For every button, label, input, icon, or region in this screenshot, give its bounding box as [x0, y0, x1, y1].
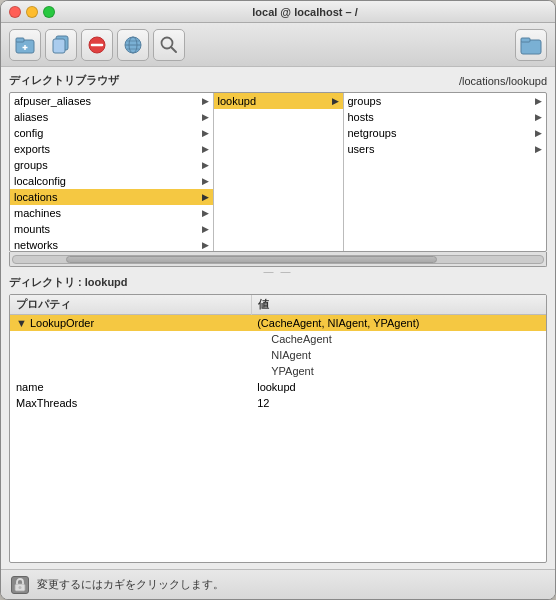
close-button[interactable] — [9, 6, 21, 18]
value-cell: lookupd — [251, 379, 546, 395]
arrow-icon: ▶ — [202, 224, 209, 234]
col-value-header: 値 — [251, 295, 546, 315]
new-folder-icon — [15, 35, 35, 55]
arrow-icon: ▶ — [202, 208, 209, 218]
folder-button[interactable] — [515, 29, 547, 61]
browser-container: afpuser_aliases▶ aliases▶ config▶ export… — [9, 92, 547, 252]
search-button[interactable] — [153, 29, 185, 61]
window-title: local @ localhost – / — [63, 6, 547, 18]
list-item[interactable]: networks▶ — [10, 237, 213, 251]
list-item[interactable]: mounts▶ — [10, 221, 213, 237]
value-cell: CacheAgent — [251, 331, 546, 347]
property-cell: name — [10, 379, 251, 395]
svg-rect-16 — [521, 38, 530, 42]
new-folder-button[interactable] — [9, 29, 41, 61]
maximize-button[interactable] — [43, 6, 55, 18]
list-item[interactable]: machines▶ — [10, 205, 213, 221]
table-row[interactable]: MaxThreads 12 — [10, 395, 546, 411]
list-item[interactable]: exports▶ — [10, 141, 213, 157]
value-cell: (CacheAgent, NIAgent, YPAgent) — [251, 315, 546, 332]
svg-point-18 — [19, 586, 22, 589]
titlebar: local @ localhost – / — [1, 1, 555, 23]
arrow-icon: ▶ — [202, 112, 209, 122]
browser-path: /locations/lookupd — [459, 75, 547, 87]
duplicate-icon — [51, 35, 71, 55]
list-item[interactable]: groups▶ — [344, 93, 547, 109]
arrow-icon: ▶ — [202, 144, 209, 154]
arrow-icon: ▶ — [332, 96, 339, 106]
arrow-icon: ▶ — [535, 128, 542, 138]
detail-table-container: プロパティ 値 ▼ LookupOrder (CacheAgent, NIAge… — [9, 294, 547, 563]
delete-button[interactable] — [81, 29, 113, 61]
delete-icon — [87, 35, 107, 55]
bottom-bar: 変更するにはカギをクリックします。 — [1, 569, 555, 599]
table-row: CacheAgent — [10, 331, 546, 347]
arrow-icon: ▶ — [202, 128, 209, 138]
detail-section: ディレクトリ : lookupd プロパティ 値 ▼ LookupOrder (… — [9, 275, 547, 563]
traffic-lights — [9, 6, 55, 18]
arrow-icon: ▶ — [202, 240, 209, 250]
arrow-icon: ▶ — [535, 112, 542, 122]
scrollbar-track[interactable] — [12, 255, 544, 264]
list-item-lookupd[interactable]: lookupd▶ — [214, 93, 343, 109]
table-row: NIAgent — [10, 347, 546, 363]
browser-label: ディレクトリブラウザ — [9, 73, 119, 88]
toolbar — [1, 23, 555, 67]
scrollbar-thumb[interactable] — [66, 256, 437, 263]
arrow-icon: ▶ — [535, 96, 542, 106]
svg-rect-1 — [16, 38, 24, 42]
arrow-icon: ▶ — [202, 96, 209, 106]
grip-separator: — — — [9, 267, 547, 275]
svg-line-14 — [171, 47, 176, 52]
lock-button[interactable] — [11, 576, 29, 594]
value-cell: NIAgent — [251, 347, 546, 363]
duplicate-button[interactable] — [45, 29, 77, 61]
arrow-icon: ▶ — [535, 144, 542, 154]
arrow-icon: ▶ — [202, 160, 209, 170]
detail-label: ディレクトリ : lookupd — [9, 275, 547, 290]
table-header-row: プロパティ 値 — [10, 295, 546, 315]
arrow-icon: ▶ — [202, 176, 209, 186]
browser-pane-1[interactable]: afpuser_aliases▶ aliases▶ config▶ export… — [10, 93, 214, 251]
folder-icon — [520, 34, 542, 56]
list-item[interactable]: config▶ — [10, 125, 213, 141]
app-window: local @ localhost – / — [0, 0, 556, 600]
property-cell — [10, 331, 251, 347]
browser-header: ディレクトリブラウザ /locations/lookupd — [9, 73, 547, 88]
arrow-icon: ▶ — [202, 192, 209, 202]
list-item[interactable]: localconfig▶ — [10, 173, 213, 189]
list-item[interactable]: groups▶ — [10, 157, 213, 173]
property-cell: MaxThreads — [10, 395, 251, 411]
list-item-locations[interactable]: locations▶ — [10, 189, 213, 205]
browser-pane-3[interactable]: groups▶ hosts▶ netgroups▶ users▶ — [344, 93, 547, 251]
search-icon — [159, 35, 179, 55]
list-item[interactable]: hosts▶ — [344, 109, 547, 125]
col-property-header: プロパティ — [10, 295, 251, 315]
property-table: プロパティ 値 ▼ LookupOrder (CacheAgent, NIAge… — [10, 295, 546, 411]
list-item[interactable]: afpuser_aliases▶ — [10, 93, 213, 109]
table-row: YPAgent — [10, 363, 546, 379]
lock-icon — [14, 578, 26, 592]
main-content: ディレクトリブラウザ /locations/lookupd afpuser_al… — [1, 67, 555, 569]
value-cell: 12 — [251, 395, 546, 411]
table-row[interactable]: name lookupd — [10, 379, 546, 395]
browser-pane-2[interactable]: lookupd▶ — [214, 93, 344, 251]
value-cell: YPAgent — [251, 363, 546, 379]
svg-rect-5 — [53, 39, 65, 53]
list-item[interactable]: aliases▶ — [10, 109, 213, 125]
globe-button[interactable] — [117, 29, 149, 61]
globe-icon — [123, 35, 143, 55]
property-cell — [10, 347, 251, 363]
minimize-button[interactable] — [26, 6, 38, 18]
table-row[interactable]: ▼ LookupOrder (CacheAgent, NIAgent, YPAg… — [10, 315, 546, 332]
property-cell: ▼ LookupOrder — [10, 315, 251, 332]
list-item[interactable]: users▶ — [344, 141, 547, 157]
property-cell — [10, 363, 251, 379]
bottom-message: 変更するにはカギをクリックします。 — [37, 577, 224, 592]
list-item[interactable]: netgroups▶ — [344, 125, 547, 141]
